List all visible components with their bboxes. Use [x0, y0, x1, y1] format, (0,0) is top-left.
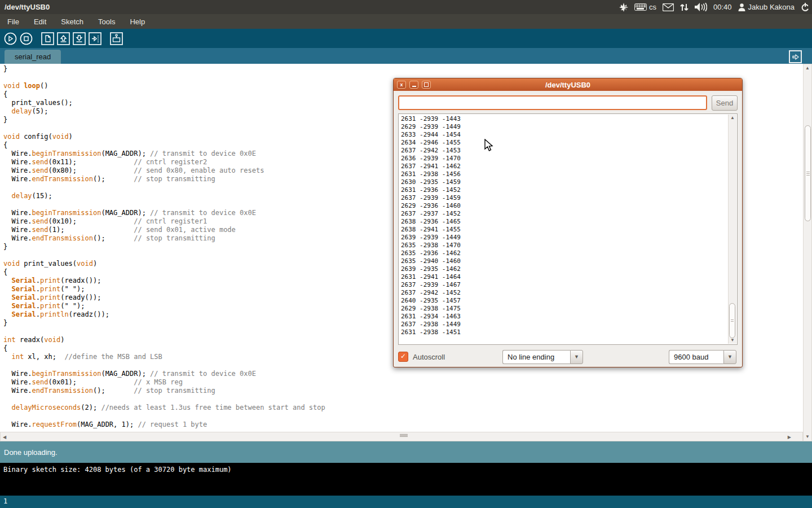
serial-row: 2631 -2936 -1452: [401, 186, 461, 194]
code-line: [3, 412, 803, 421]
menu-file[interactable]: File: [0, 15, 27, 28]
serial-row: 2635 -2936 -1462: [401, 249, 461, 257]
editor-vscroll-thumb[interactable]: [805, 125, 811, 221]
network-indicator-icon[interactable]: [680, 3, 689, 12]
serial-row: 2635 -2938 -1470: [401, 242, 461, 249]
serial-row: 2631 -2938 -1456: [401, 170, 461, 178]
editor-vertical-scrollbar[interactable]: ▲ ▼: [803, 64, 812, 441]
serial-scroll-down-icon[interactable]: ▼: [729, 338, 736, 343]
serial-row: 2637 -2939 -1459: [401, 194, 461, 202]
new-sketch-button[interactable]: [41, 32, 54, 45]
panel-window-title: /dev/ttyUSB0: [5, 3, 50, 11]
code-line: Wire.send(0x01); // x MSB reg: [3, 378, 803, 387]
open-sketch-button[interactable]: [56, 32, 70, 45]
serial-output-area[interactable]: 2631 -2939 -14432629 -2939 -14492633 -29…: [398, 113, 738, 345]
serial-row: 2638 -2936 -1465: [401, 218, 461, 226]
code-line: }: [3, 65, 803, 73]
serial-row: 2629 -2938 -1475: [401, 305, 461, 313]
code-line: [3, 395, 803, 404]
serial-monitor-title: /dev/ttyUSB0: [394, 81, 742, 89]
serial-row: 2631 -2939 -1443: [401, 115, 461, 123]
serial-row: 2630 -2935 -1459: [401, 178, 461, 186]
serial-row: 2634 -2946 -1455: [401, 139, 461, 147]
send-button[interactable]: Send: [712, 95, 738, 111]
menu-tools[interactable]: Tools: [91, 15, 122, 28]
line-ending-dropdown[interactable]: No line ending ▼: [502, 350, 583, 364]
ide-toolbar: [0, 29, 812, 48]
tab-label: serial_read: [15, 52, 51, 61]
autoscroll-checkbox[interactable]: ✓: [398, 352, 408, 362]
ide-menubar: File Edit Sketch Tools Help: [0, 14, 812, 29]
clock[interactable]: 00:40: [713, 3, 732, 11]
user-menu[interactable]: Jakub Kakona: [738, 3, 795, 11]
volume-indicator-icon[interactable]: [695, 3, 707, 11]
serial-row: 2637 -2938 -1449: [401, 321, 461, 329]
serial-row: 2637 -2942 -1453: [401, 147, 461, 155]
username: Jakub Kakona: [748, 3, 795, 11]
menu-help[interactable]: Help: [122, 15, 152, 28]
keyboard-layout-indicator[interactable]: cs: [634, 3, 656, 11]
serial-row: 2631 -2938 -1451: [401, 329, 461, 336]
editor-tabstrip: serial_read: [0, 48, 812, 64]
serial-scroll-thumb[interactable]: [729, 303, 735, 338]
desktop-panel: /dev/ttyUSB0 cs 00:40 Jakub Kakona: [0, 0, 812, 14]
autoscroll-label: Autoscroll: [413, 353, 445, 361]
pinwheel-indicator-icon[interactable]: [619, 3, 628, 12]
stop-button[interactable]: [19, 32, 33, 45]
baud-rate-value[interactable]: 9600 baud: [669, 350, 723, 364]
serial-send-input[interactable]: [398, 95, 707, 110]
serial-row: 2640 -2935 -1457: [401, 297, 461, 305]
verify-button[interactable]: [3, 32, 17, 45]
serial-scroll-up-icon[interactable]: ▲: [729, 116, 736, 120]
ide-status-bar: Done uploading.: [0, 441, 812, 463]
serial-monitor-bottom-bar: ✓ Autoscroll No line ending ▼ 9600 baud …: [394, 346, 742, 367]
power-menu-icon[interactable]: [801, 3, 810, 12]
minimize-window-button[interactable]: [409, 81, 418, 89]
upload-button[interactable]: [88, 32, 102, 45]
serial-row: 2637 -2937 -1452: [401, 210, 461, 218]
serial-row: 2631 -2934 -1463: [401, 313, 461, 321]
menu-edit[interactable]: Edit: [27, 15, 54, 28]
serial-monitor-titlebar[interactable]: x /dev/ttyUSB0: [394, 78, 742, 91]
scroll-left-arrow-icon[interactable]: ◀: [3, 435, 6, 440]
maximize-window-button[interactable]: [422, 81, 431, 89]
code-line: Wire.beginTransmission(MAG_ADDR); // tra…: [3, 370, 803, 378]
baud-rate-arrow-button[interactable]: ▼: [723, 350, 736, 364]
serial-row: 2631 -2941 -1464: [401, 273, 461, 281]
current-line-indicator: 1: [3, 497, 7, 505]
serial-output-rows: 2631 -2939 -14432629 -2939 -14492633 -29…: [401, 115, 461, 336]
user-icon: [738, 3, 745, 11]
serial-monitor-button[interactable]: [109, 32, 123, 45]
ide-console: Binary sketch size: 4208 bytes (of a 307…: [0, 463, 812, 496]
console-message: Binary sketch size: 4208 bytes (of a 307…: [3, 466, 232, 474]
tab-menu-arrow-icon: [792, 54, 799, 60]
serial-row: 2633 -2944 -1454: [401, 131, 461, 139]
serial-row: 2639 -2935 -1462: [401, 265, 461, 273]
save-sketch-button[interactable]: [72, 32, 86, 45]
line-ending-value[interactable]: No line ending: [502, 350, 570, 364]
tab-menu-button[interactable]: [789, 50, 802, 63]
serial-row: 2635 -2940 -1460: [401, 257, 461, 265]
serial-scrollbar[interactable]: ▲ ▼: [728, 115, 736, 344]
pane-divider-grip[interactable]: [398, 434, 409, 439]
status-message: Done uploading.: [4, 448, 58, 457]
scroll-right-arrow-icon[interactable]: ▶: [788, 435, 791, 440]
keyboard-icon: [634, 3, 647, 11]
serial-row: 2629 -2936 -1460: [401, 202, 461, 210]
line-ending-arrow-button[interactable]: ▼: [570, 350, 583, 364]
tab-serial-read[interactable]: serial_read: [5, 50, 61, 64]
serial-row: 2629 -2939 -1449: [401, 123, 461, 131]
menu-sketch[interactable]: Sketch: [54, 15, 91, 28]
minimize-icon: [412, 86, 416, 87]
system-tray: cs 00:40 Jakub Kakona: [619, 0, 810, 14]
serial-row: 2636 -2939 -1470: [401, 155, 461, 163]
close-window-button[interactable]: x: [397, 81, 406, 89]
line-number-bar: 1: [0, 496, 812, 508]
baud-rate-dropdown[interactable]: 9600 baud ▼: [669, 350, 736, 364]
mail-indicator-icon[interactable]: [663, 3, 674, 11]
scroll-up-arrow-icon[interactable]: ▲: [804, 66, 811, 71]
serial-monitor-window: x /dev/ttyUSB0 Send 2631 -2939 -14432629…: [393, 78, 743, 367]
scroll-down-arrow-icon[interactable]: ▼: [804, 435, 811, 439]
serial-row: 2638 -2941 -1455: [401, 226, 461, 234]
maximize-icon: [424, 82, 429, 87]
